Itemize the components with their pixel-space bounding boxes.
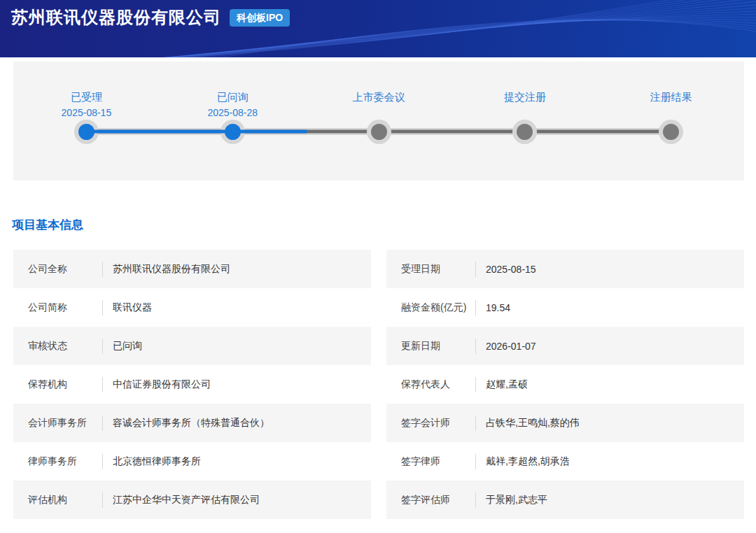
info-row-label: 审核状态 <box>13 340 102 353</box>
stage-dot-pending <box>663 124 679 140</box>
divider <box>102 454 103 469</box>
info-row-value: 容诚会计师事务所（特殊普通合伙） <box>113 417 270 429</box>
page-title: 苏州联讯仪器股份有限公司 <box>11 8 221 27</box>
divider <box>102 377 103 392</box>
divider <box>475 492 476 508</box>
info-row-label: 融资金额(亿元) <box>386 301 475 314</box>
info-row-label: 公司简称 <box>13 301 102 314</box>
stage-label: 注册结果 <box>612 90 731 104</box>
divider <box>102 339 103 354</box>
divider <box>475 415 476 431</box>
info-row-value: 2026-01-07 <box>486 341 536 352</box>
info-row-label: 评估机构 <box>13 494 102 506</box>
info-row-value: 江苏中企华中天资产评估有限公司 <box>113 494 260 506</box>
info-row-value: 已问询 <box>113 340 142 353</box>
ipo-progress-timeline: 已受理2025-08-15已问询2025-08-28上市委会议提交注册注册结果 <box>13 62 744 180</box>
info-row-label: 签字会计师 <box>386 417 475 429</box>
info-row: 评估机构江苏中企华中天资产评估有限公司 <box>13 481 371 519</box>
info-row-value: 苏州联讯仪器股份有限公司 <box>113 263 230 276</box>
divider <box>475 454 476 469</box>
info-row-value: 中信证券股份有限公司 <box>113 378 211 391</box>
info-row-value: 北京德恒律师事务所 <box>113 455 201 468</box>
info-row: 保荐代表人赵耀,孟硕 <box>386 365 744 404</box>
stage-label: 已受理 <box>27 90 146 104</box>
info-table-left: 公司全称苏州联讯仪器股份有限公司公司简称联讯仪器审核状态已问询保荐机构中信证券股… <box>13 250 371 519</box>
info-row-value: 占铁华,王鸣灿,蔡的伟 <box>486 417 580 429</box>
info-row: 签字律师戴祥,李超然,胡承浩 <box>386 442 744 481</box>
divider <box>475 339 476 354</box>
info-row-label: 保荐机构 <box>13 378 102 391</box>
info-row: 公司全称苏州联讯仪器股份有限公司 <box>13 250 371 288</box>
stage-date <box>612 106 731 120</box>
section-heading-basic-info: 项目基本信息 <box>12 218 756 233</box>
stage-label: 已问询 <box>173 90 292 104</box>
info-row-value: 19.54 <box>486 302 510 313</box>
timeline-track-progress <box>88 130 307 134</box>
stage-label: 提交注册 <box>465 90 584 104</box>
info-row: 会计师事务所容诚会计师事务所（特殊普通合伙） <box>13 404 371 442</box>
info-row: 签字评估师于景刚,武志平 <box>386 481 744 519</box>
info-row: 签字会计师占铁华,王鸣灿,蔡的伟 <box>386 404 744 442</box>
stage-date: 2025-08-28 <box>173 106 292 120</box>
info-row-value: 戴祥,李超然,胡承浩 <box>486 455 570 468</box>
stage-date <box>319 106 438 120</box>
timeline-stage-5: 注册结果 <box>612 90 731 140</box>
info-row-value: 于景刚,武志平 <box>486 494 547 506</box>
info-row-label: 签字律师 <box>386 455 475 468</box>
info-row: 更新日期2026-01-07 <box>386 327 744 365</box>
basic-info-tables: 公司全称苏州联讯仪器股份有限公司公司简称联讯仪器审核状态已问询保荐机构中信证券股… <box>13 250 744 519</box>
info-row-label: 公司全称 <box>13 263 102 276</box>
divider <box>475 300 476 315</box>
divider <box>102 492 103 508</box>
stage-date <box>465 106 584 120</box>
timeline-stage-3: 上市委会议 <box>319 90 438 140</box>
info-row: 审核状态已问询 <box>13 327 371 365</box>
board-ipo-badge: 科创板IPO <box>230 9 290 27</box>
info-row: 律师事务所北京德恒律师事务所 <box>13 442 371 481</box>
info-row-value: 联讯仪器 <box>113 301 152 314</box>
info-row: 保荐机构中信证券股份有限公司 <box>13 365 371 404</box>
info-row: 受理日期2025-08-15 <box>386 250 744 288</box>
stage-dot-pending <box>371 124 387 140</box>
info-row-label: 签字评估师 <box>386 494 475 506</box>
info-row-label: 受理日期 <box>386 263 475 276</box>
divider <box>102 415 103 431</box>
page-header: 苏州联讯仪器股份有限公司 科创板IPO <box>0 0 756 57</box>
divider <box>475 262 476 277</box>
info-row-label: 律师事务所 <box>13 455 102 468</box>
info-row-label: 会计师事务所 <box>13 417 102 429</box>
stage-dot-pending <box>517 124 533 140</box>
divider <box>475 377 476 392</box>
info-row: 融资金额(亿元)19.54 <box>386 288 744 327</box>
stage-label: 上市委会议 <box>319 90 438 104</box>
divider <box>102 262 103 277</box>
info-row: 公司简称联讯仪器 <box>13 288 371 327</box>
divider <box>102 300 103 315</box>
info-row-label: 保荐代表人 <box>386 378 475 391</box>
info-row-label: 更新日期 <box>386 340 475 353</box>
info-row-value: 2025-08-15 <box>486 264 536 275</box>
info-table-right: 受理日期2025-08-15融资金额(亿元)19.54更新日期2026-01-0… <box>386 250 744 519</box>
stage-date: 2025-08-15 <box>27 106 146 120</box>
info-row-value: 赵耀,孟硕 <box>486 378 528 391</box>
timeline-stage-4: 提交注册 <box>465 90 584 140</box>
